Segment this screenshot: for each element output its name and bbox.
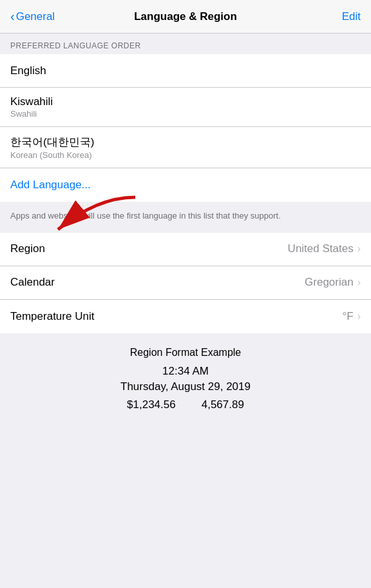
- format-currency: $1,234.56: [127, 398, 176, 411]
- chevron-right-icon: ›: [357, 277, 361, 288]
- navigation-bar: ‹ General Language & Region Edit: [0, 0, 371, 34]
- language-kiswahili: Kiswahili Swahili: [10, 95, 53, 119]
- language-name: English: [10, 64, 46, 77]
- region-row[interactable]: Region United States ›: [0, 233, 371, 266]
- temperature-value: °F ›: [342, 310, 361, 323]
- calendar-row[interactable]: Calendar Gregorian ›: [0, 266, 371, 300]
- language-name: Kiswahili: [10, 95, 53, 108]
- settings-group: Region United States › Calendar Gregoria…: [0, 233, 371, 333]
- temperature-row[interactable]: Temperature Unit °F ›: [0, 300, 371, 333]
- back-label: General: [16, 10, 55, 23]
- chevron-right-icon: ›: [357, 311, 361, 322]
- chevron-left-icon: ‹: [10, 9, 15, 24]
- format-numbers: $1,234.56 4,567.89: [10, 398, 361, 411]
- format-time: 12:34 AM: [10, 365, 361, 378]
- language-subtitle: Korean (South Korea): [10, 150, 94, 160]
- list-item[interactable]: English: [0, 54, 371, 88]
- add-language-button[interactable]: Add Language...: [0, 168, 371, 202]
- format-example-section: Region Format Example 12:34 AM Thursday,…: [0, 334, 371, 424]
- format-date: Thursday, August 29, 2019: [10, 380, 361, 393]
- calendar-label: Calendar: [10, 276, 55, 289]
- language-name: 한국어(대한민국): [10, 135, 94, 150]
- section-header-language: PREFERRED LANGUAGE ORDER: [0, 34, 371, 54]
- region-value: United States ›: [288, 242, 361, 255]
- language-subtitle: Swahili: [10, 109, 53, 119]
- add-language-label: Add Language...: [10, 179, 91, 191]
- region-label: Region: [10, 242, 45, 255]
- info-text: Apps and websites will use the first lan…: [0, 202, 371, 233]
- page-title: Language & Region: [134, 10, 237, 23]
- language-korean: 한국어(대한민국) Korean (South Korea): [10, 135, 94, 160]
- temperature-label: Temperature Unit: [10, 310, 94, 323]
- language-english: English: [10, 64, 46, 77]
- language-list: English Kiswahili Swahili 한국어(대한민국) Kore…: [0, 54, 371, 202]
- chevron-right-icon: ›: [357, 243, 361, 255]
- format-example-title: Region Format Example: [10, 347, 361, 358]
- calendar-value: Gregorian ›: [305, 276, 361, 289]
- list-item[interactable]: 한국어(대한민국) Korean (South Korea): [0, 127, 371, 168]
- edit-button[interactable]: Edit: [342, 10, 361, 23]
- format-decimal: 4,567.89: [202, 398, 244, 411]
- back-button[interactable]: ‹ General: [10, 9, 55, 24]
- list-item[interactable]: Kiswahili Swahili: [0, 88, 371, 127]
